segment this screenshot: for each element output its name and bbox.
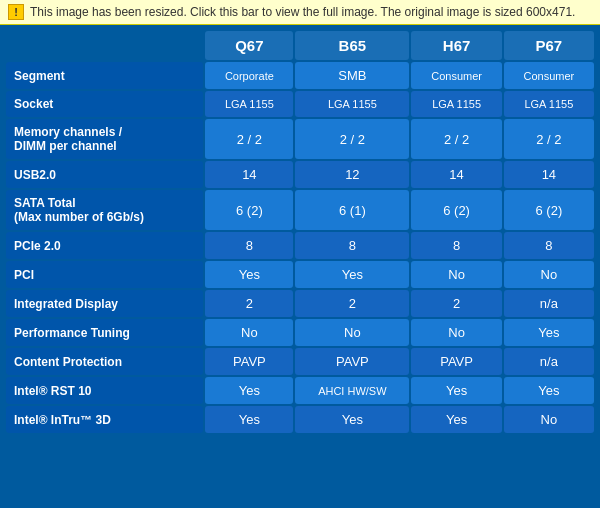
row-value: Yes bbox=[411, 406, 501, 433]
row-label: Intel® RST 10 bbox=[6, 377, 203, 404]
row-value: Consumer bbox=[504, 62, 594, 89]
header-h67: H67 bbox=[411, 31, 501, 60]
header-row: Q67 B65 H67 P67 bbox=[6, 31, 594, 60]
table-row: Intel® RST 10YesAHCI HW/SWYesYes bbox=[6, 377, 594, 404]
row-value: 6 (1) bbox=[295, 190, 409, 230]
row-value: 8 bbox=[295, 232, 409, 259]
header-q67: Q67 bbox=[205, 31, 293, 60]
row-value: Yes bbox=[205, 261, 293, 288]
table-wrapper: Q67 B65 H67 P67 SegmentCorporateSMBConsu… bbox=[0, 25, 600, 439]
row-value: 14 bbox=[504, 161, 594, 188]
table-row: PCIYesYesNoNo bbox=[6, 261, 594, 288]
row-value: Yes bbox=[205, 406, 293, 433]
row-label: Performance Tuning bbox=[6, 319, 203, 346]
row-value: 6 (2) bbox=[205, 190, 293, 230]
row-value: LGA 1155 bbox=[411, 91, 501, 117]
row-value: n/a bbox=[504, 348, 594, 375]
table-row: SegmentCorporateSMBConsumerConsumer bbox=[6, 62, 594, 89]
row-value: Yes bbox=[504, 377, 594, 404]
row-value: AHCI HW/SW bbox=[295, 377, 409, 404]
table-row: Content ProtectionPAVPPAVPPAVPn/a bbox=[6, 348, 594, 375]
row-value: PAVP bbox=[295, 348, 409, 375]
row-label: Intel® InTru™ 3D bbox=[6, 406, 203, 433]
table-row: SocketLGA 1155LGA 1155LGA 1155LGA 1155 bbox=[6, 91, 594, 117]
row-value: LGA 1155 bbox=[504, 91, 594, 117]
table-row: SATA Total(Max number of 6Gb/s)6 (2)6 (1… bbox=[6, 190, 594, 230]
row-label: SATA Total(Max number of 6Gb/s) bbox=[6, 190, 203, 230]
comparison-table: Q67 B65 H67 P67 SegmentCorporateSMBConsu… bbox=[4, 29, 596, 435]
row-value: No bbox=[504, 406, 594, 433]
row-value: Yes bbox=[411, 377, 501, 404]
row-value: No bbox=[411, 261, 501, 288]
row-value: 8 bbox=[205, 232, 293, 259]
row-value: PAVP bbox=[205, 348, 293, 375]
row-value: No bbox=[504, 261, 594, 288]
row-value: 6 (2) bbox=[504, 190, 594, 230]
row-value: n/a bbox=[504, 290, 594, 317]
row-value: 2 bbox=[295, 290, 409, 317]
resize-bar-text: This image has been resized. Click this … bbox=[30, 5, 575, 19]
row-value: 14 bbox=[411, 161, 501, 188]
table-row: Intel® InTru™ 3DYesYesYesNo bbox=[6, 406, 594, 433]
row-value: 6 (2) bbox=[411, 190, 501, 230]
table-row: USB2.014121414 bbox=[6, 161, 594, 188]
table-row: Integrated Display222n/a bbox=[6, 290, 594, 317]
row-value: 2 / 2 bbox=[205, 119, 293, 159]
row-value: LGA 1155 bbox=[295, 91, 409, 117]
row-value: 2 / 2 bbox=[411, 119, 501, 159]
row-value: LGA 1155 bbox=[205, 91, 293, 117]
header-b65: B65 bbox=[295, 31, 409, 60]
row-value: No bbox=[295, 319, 409, 346]
row-value: 2 / 2 bbox=[295, 119, 409, 159]
row-value: 14 bbox=[205, 161, 293, 188]
row-value: Corporate bbox=[205, 62, 293, 89]
row-value: 2 / 2 bbox=[504, 119, 594, 159]
header-empty bbox=[6, 31, 203, 60]
row-value: No bbox=[411, 319, 501, 346]
resize-bar[interactable]: ! This image has been resized. Click thi… bbox=[0, 0, 600, 25]
row-value: No bbox=[205, 319, 293, 346]
table-row: PCIe 2.08888 bbox=[6, 232, 594, 259]
header-p67: P67 bbox=[504, 31, 594, 60]
row-value: Consumer bbox=[411, 62, 501, 89]
row-value: 8 bbox=[411, 232, 501, 259]
row-label: Segment bbox=[6, 62, 203, 89]
row-value: PAVP bbox=[411, 348, 501, 375]
row-value: 2 bbox=[411, 290, 501, 317]
row-label: USB2.0 bbox=[6, 161, 203, 188]
table-row: Performance TuningNoNoNoYes bbox=[6, 319, 594, 346]
row-value: Yes bbox=[504, 319, 594, 346]
row-value: 8 bbox=[504, 232, 594, 259]
row-value: Yes bbox=[295, 261, 409, 288]
row-value: SMB bbox=[295, 62, 409, 89]
table-row: Memory channels /DIMM per channel2 / 22 … bbox=[6, 119, 594, 159]
row-value: Yes bbox=[205, 377, 293, 404]
row-label: Memory channels /DIMM per channel bbox=[6, 119, 203, 159]
row-label: Socket bbox=[6, 91, 203, 117]
warning-icon: ! bbox=[8, 4, 24, 20]
row-label: Integrated Display bbox=[6, 290, 203, 317]
row-label: PCI bbox=[6, 261, 203, 288]
row-label: PCIe 2.0 bbox=[6, 232, 203, 259]
row-label: Content Protection bbox=[6, 348, 203, 375]
row-value: Yes bbox=[295, 406, 409, 433]
row-value: 12 bbox=[295, 161, 409, 188]
row-value: 2 bbox=[205, 290, 293, 317]
